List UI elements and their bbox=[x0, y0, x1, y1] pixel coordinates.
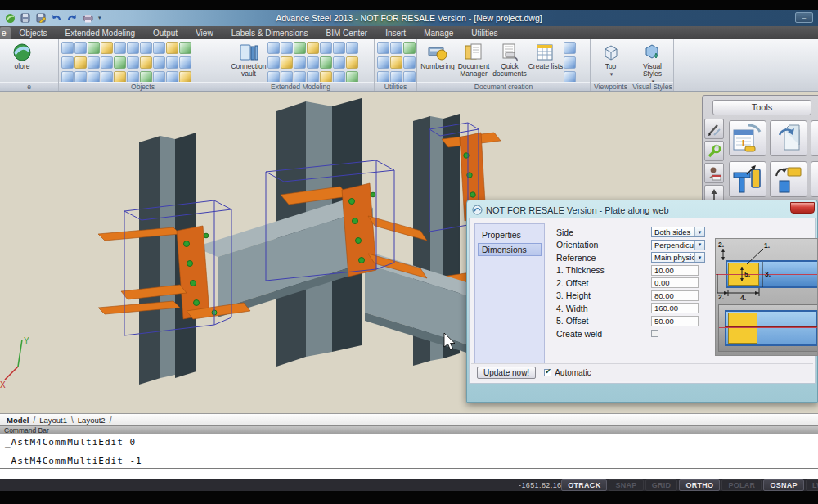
object-tool-icon[interactable] bbox=[74, 56, 87, 69]
object-tool-icon[interactable] bbox=[127, 42, 139, 54]
modeling-tool-icon[interactable] bbox=[346, 56, 358, 69]
tab-extended-modeling[interactable]: Extended Modeling bbox=[56, 27, 144, 39]
modeling-tool-icon[interactable] bbox=[333, 42, 345, 54]
tool-button-flip-plate[interactable] bbox=[770, 161, 807, 197]
object-tool-icon[interactable] bbox=[88, 42, 100, 54]
height-input[interactable] bbox=[651, 290, 699, 301]
object-tool-icon[interactable] bbox=[140, 56, 152, 69]
tab-layout1[interactable]: Layout1 bbox=[35, 416, 71, 425]
tab-view[interactable]: View bbox=[187, 27, 222, 39]
numbering-button[interactable]: Numbering bbox=[420, 41, 456, 80]
modeling-tool-icon[interactable] bbox=[346, 42, 358, 54]
tab-objects[interactable]: Objects bbox=[11, 27, 56, 39]
modeling-tool-icon[interactable] bbox=[267, 42, 280, 54]
toggle-otrack[interactable]: OTRACK bbox=[561, 479, 607, 491]
toggle-snap[interactable]: SNAP bbox=[609, 479, 643, 491]
toggle-osnap[interactable]: OSNAP bbox=[763, 479, 804, 491]
minimize-button[interactable]: – bbox=[795, 12, 813, 23]
save-icon[interactable] bbox=[19, 12, 32, 24]
object-tool-icon[interactable] bbox=[166, 56, 178, 69]
toggle-ortho[interactable]: ORTHO bbox=[679, 479, 720, 491]
undo-icon[interactable] bbox=[50, 12, 63, 24]
width-input[interactable] bbox=[651, 303, 699, 313]
object-tool-icon[interactable] bbox=[114, 56, 126, 69]
explore-button[interactable]: olore bbox=[4, 41, 40, 80]
connection-vault-button[interactable]: Connection vault bbox=[230, 41, 267, 80]
export-tool-icon[interactable] bbox=[564, 56, 576, 69]
automatic-checkbox[interactable] bbox=[544, 369, 551, 376]
modeling-tool-icon[interactable] bbox=[281, 56, 293, 69]
tab-bim-center[interactable]: BIM Center bbox=[317, 27, 377, 39]
object-tool-icon[interactable] bbox=[74, 42, 87, 54]
user-settings-icon[interactable] bbox=[704, 163, 724, 183]
tool-button-beam-properties[interactable]: I bbox=[729, 120, 766, 156]
tab-layout2[interactable]: Layout2 bbox=[74, 416, 110, 425]
top-view-button[interactable]: Top bbox=[593, 41, 628, 80]
utility-tool-icon[interactable] bbox=[403, 56, 416, 69]
save-as-icon[interactable] bbox=[34, 12, 47, 24]
update-now-button[interactable]: Update now! bbox=[477, 367, 536, 379]
nav-item-properties[interactable]: Properties bbox=[478, 228, 542, 241]
tab-insert[interactable]: Insert bbox=[376, 27, 415, 39]
command-bar[interactable]: _AstM4CommMultiEdit 0 _AstM4CommMultiEdi… bbox=[0, 434, 818, 479]
quick-documents-button[interactable]: Quick documents bbox=[492, 41, 528, 80]
object-tool-icon[interactable] bbox=[61, 42, 74, 54]
tab-output[interactable]: Output bbox=[144, 27, 187, 39]
modeling-tool-icon[interactable] bbox=[294, 56, 306, 69]
object-tool-icon[interactable] bbox=[88, 56, 100, 69]
qat-dropdown-icon[interactable]: ▾ bbox=[97, 15, 101, 21]
object-tool-icon[interactable] bbox=[153, 42, 165, 54]
object-tool-icon[interactable] bbox=[101, 56, 113, 69]
tab-utilities[interactable]: Utilities bbox=[462, 27, 506, 39]
reference-dropdown[interactable]: Main physical bbox=[651, 252, 705, 263]
plot-icon[interactable] bbox=[81, 12, 94, 24]
dialog-title-bar[interactable]: NOT FOR RESALE Version - Plate along web bbox=[469, 202, 816, 218]
object-tool-icon[interactable] bbox=[127, 56, 139, 69]
create-lists-button[interactable]: Create lists bbox=[528, 41, 564, 80]
toggle-grid[interactable]: GRID bbox=[645, 479, 678, 491]
export-tool-icon[interactable] bbox=[564, 42, 576, 54]
tool-button-partial[interactable] bbox=[811, 120, 818, 156]
tool-button-copy-connection[interactable] bbox=[770, 120, 807, 156]
document-manager-button[interactable]: Document Manager bbox=[456, 41, 492, 80]
create-weld-checkbox[interactable] bbox=[651, 330, 658, 337]
nav-item-dimensions[interactable]: Dimensions bbox=[478, 243, 542, 256]
offset5-input[interactable] bbox=[651, 316, 699, 326]
new-document-icon[interactable] bbox=[3, 12, 16, 24]
object-tool-icon[interactable] bbox=[153, 56, 165, 69]
utility-tool-icon[interactable] bbox=[377, 42, 389, 54]
modeling-tool-icon[interactable] bbox=[333, 56, 345, 69]
pen-tool-icon[interactable] bbox=[704, 119, 724, 139]
utility-tool-icon[interactable] bbox=[403, 42, 416, 54]
object-tool-icon[interactable] bbox=[140, 42, 152, 54]
modeling-tool-icon[interactable] bbox=[320, 56, 332, 69]
object-tool-icon[interactable] bbox=[179, 56, 191, 69]
offset2-input[interactable] bbox=[651, 277, 699, 288]
redo-icon[interactable] bbox=[65, 12, 79, 24]
modeling-tool-icon[interactable] bbox=[307, 42, 319, 54]
utility-tool-icon[interactable] bbox=[390, 42, 402, 54]
tools-palette-title[interactable]: Tools bbox=[712, 100, 811, 115]
tab-manage[interactable]: Manage bbox=[415, 27, 462, 39]
object-tool-icon[interactable] bbox=[179, 42, 191, 54]
toggle-polar[interactable]: POLAR bbox=[721, 479, 762, 491]
side-dropdown[interactable]: Both sides bbox=[651, 227, 705, 237]
thickness-input[interactable] bbox=[651, 265, 699, 276]
visual-styles-button[interactable]: Visual Styles bbox=[634, 41, 671, 80]
dialog-close-button[interactable] bbox=[790, 202, 815, 214]
modeling-tool-icon[interactable] bbox=[320, 42, 332, 54]
toggle-lw[interactable]: LW bbox=[806, 479, 818, 491]
modeling-tool-icon[interactable] bbox=[307, 56, 319, 69]
modeling-tool-icon[interactable] bbox=[281, 42, 293, 54]
tool-button-plate-on-column[interactable] bbox=[729, 161, 766, 197]
tool-button-partial-2[interactable] bbox=[811, 161, 818, 197]
tab-model[interactable]: Model bbox=[2, 416, 33, 425]
orientation-dropdown[interactable]: Perpendicular bbox=[651, 240, 705, 250]
wrench-tool-icon[interactable] bbox=[704, 141, 724, 161]
utility-tool-icon[interactable] bbox=[390, 56, 402, 69]
command-bar-header[interactable]: Command Bar bbox=[0, 425, 818, 434]
object-tool-icon[interactable] bbox=[101, 42, 113, 54]
tab-labels-dimensions[interactable]: Labels & Dimensions bbox=[222, 27, 317, 39]
utility-tool-icon[interactable] bbox=[377, 56, 389, 69]
modeling-tool-icon[interactable] bbox=[294, 42, 306, 54]
